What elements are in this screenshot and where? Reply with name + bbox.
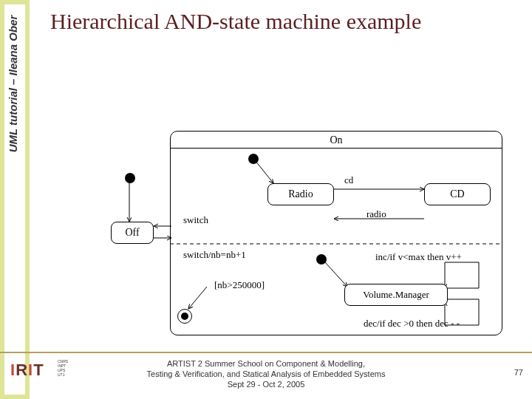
irit-logo-text: IRIT (10, 361, 44, 380)
state-on-label: On (330, 134, 342, 146)
irit-logo: IRIT CNRS INPT UPS UT1 (10, 358, 92, 384)
initial-on-lower-icon (316, 254, 327, 265)
state-radio: Radio (267, 183, 334, 205)
initial-on-upper-icon (248, 154, 259, 164)
state-off: Off (111, 222, 154, 244)
final-state-icon (177, 309, 192, 324)
slide-number: 77 (514, 368, 523, 377)
transition-dec-label: dec/if dec >0 then dec - - (364, 318, 460, 330)
transition-switch-label: switch (183, 214, 208, 226)
state-volume-manager: Volume.Manager (344, 284, 448, 306)
diagram-canvas: On Off (0, 0, 532, 399)
transition-switchnb-label: switch/nb=nb+1 (183, 249, 246, 261)
footer-line-2: Testing & Verification, and Statical Ana… (147, 369, 386, 378)
transition-radio-label: radio (366, 208, 386, 220)
transition-cd-label: cd (344, 174, 353, 186)
transition-nb-guard-label: [nb>250000] (214, 279, 265, 291)
state-radio-label: Radio (268, 188, 333, 200)
footer-line-1: ARTIST 2 Summer School on Component & Mo… (167, 359, 365, 368)
state-on: On (170, 131, 502, 335)
state-off-label: Off (112, 227, 153, 239)
transition-inc-label: inc/if v<max then v++ (375, 251, 462, 263)
state-cd-label: CD (425, 188, 490, 200)
state-volume-manager-label: Volume.Manager (345, 289, 447, 301)
irit-logo-affil: CNRS INPT UPS UT1 (58, 359, 68, 377)
footer-line-3: Sept 29 - Oct 2, 2005 (228, 380, 305, 389)
initial-outer-icon (125, 173, 135, 183)
state-cd: CD (424, 183, 491, 205)
footer-divider (0, 352, 532, 353)
